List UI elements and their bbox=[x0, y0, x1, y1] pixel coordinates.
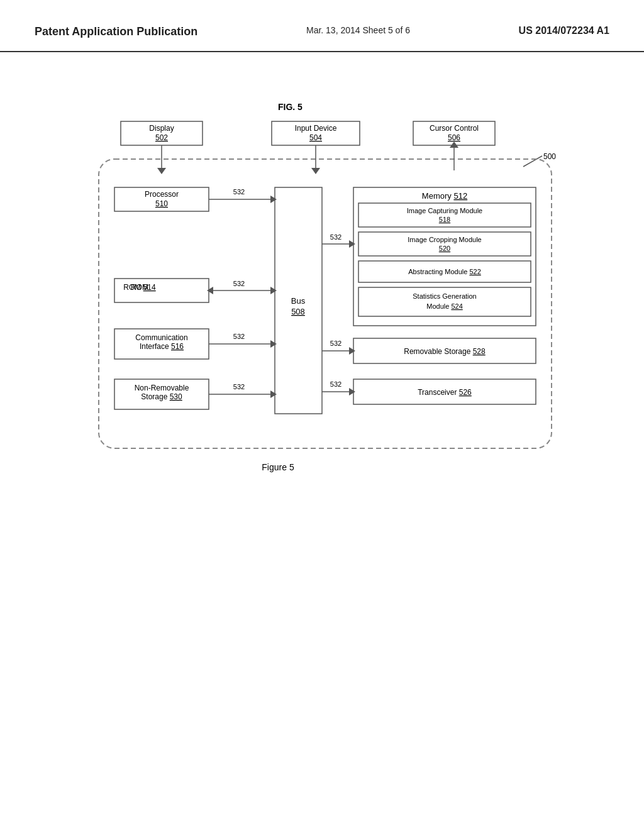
img-capture-num: 518 bbox=[439, 216, 450, 223]
img-crop-label: Image Cropping Module bbox=[408, 236, 481, 243]
input-arrow-head bbox=[311, 168, 320, 174]
figure-title: FIG. 5 bbox=[278, 102, 303, 112]
publication-date-sheet: Mar. 13, 2014 Sheet 5 of 6 bbox=[306, 25, 410, 35]
cursor-control-num: 506 bbox=[448, 133, 460, 142]
bus-num: 508 bbox=[291, 307, 305, 316]
publication-number: US 2014/072234 A1 bbox=[519, 25, 609, 36]
processor-num: 510 bbox=[155, 199, 168, 208]
display-arrow-head bbox=[157, 168, 166, 174]
rom-num: ROM 514 bbox=[123, 283, 156, 292]
patent-diagram: FIG. 5 Display 502 Input Device 504 Curs… bbox=[64, 96, 580, 486]
nonrem-bus-532: 532 bbox=[233, 383, 245, 390]
transceiver-label: Transceiver 526 bbox=[418, 388, 472, 397]
img-capture-label: Image Capturing Module bbox=[407, 207, 482, 214]
bus-memory-532: 532 bbox=[330, 233, 341, 241]
stats-gen-label: Statistics Generation bbox=[413, 292, 477, 300]
comm-bus-532: 532 bbox=[233, 333, 245, 340]
comm-interface-label: Communication bbox=[135, 333, 187, 342]
rom-bus-532: 532 bbox=[233, 280, 245, 287]
cursor-control-label: Cursor Control bbox=[430, 124, 479, 133]
processor-label: Processor bbox=[145, 190, 179, 199]
ref-500-label: 500 bbox=[543, 152, 556, 161]
img-crop-num: 520 bbox=[439, 245, 450, 252]
bus-removable-532: 532 bbox=[330, 340, 341, 347]
bus-label: Bus bbox=[291, 296, 306, 306]
input-device-num: 504 bbox=[309, 133, 322, 142]
page-header: Patent Application Publication Mar. 13, … bbox=[0, 0, 644, 52]
ref-arrow-line bbox=[523, 156, 542, 167]
removable-storage-label: Removable Storage 528 bbox=[404, 347, 486, 356]
stats-gen-box bbox=[358, 287, 531, 316]
figure-caption: Figure 5 bbox=[262, 462, 294, 472]
display-label: Display bbox=[149, 124, 174, 133]
comm-interface-num: Interface 516 bbox=[140, 342, 184, 351]
memory-label: Memory 512 bbox=[422, 191, 467, 201]
stats-gen-num: Module 524 bbox=[426, 302, 463, 310]
non-removable-label: Non-Removable bbox=[135, 384, 189, 392]
non-removable-num: Storage 530 bbox=[141, 392, 182, 401]
proc-bus-532: 532 bbox=[233, 188, 245, 196]
input-device-label: Input Device bbox=[295, 124, 337, 133]
display-num: 502 bbox=[155, 133, 168, 142]
bus-transceiver-532: 532 bbox=[330, 380, 341, 388]
abstracting-label: Abstracting Module 522 bbox=[408, 268, 481, 275]
publication-type: Patent Application Publication bbox=[35, 25, 197, 38]
main-content: FIG. 5 Display 502 Input Device 504 Curs… bbox=[0, 52, 644, 505]
